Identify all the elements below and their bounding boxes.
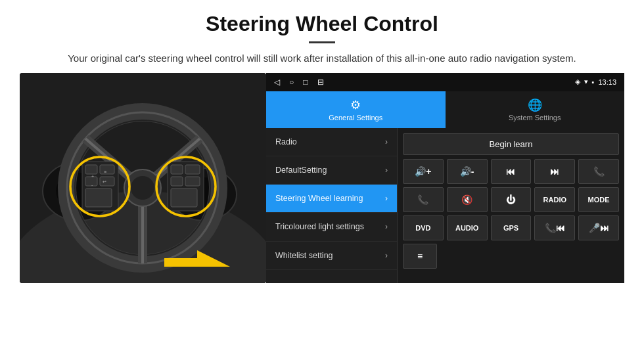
vol-up-button[interactable]: 🔊+	[403, 159, 444, 184]
begin-learn-row: Begin learn	[403, 133, 619, 155]
tab-system-label: System Settings	[509, 114, 561, 122]
android-screen: ◁ ○ □ ⊟ ◈ ▾ ▪ 13:13 ⚙ General Settings 🌐…	[266, 73, 624, 283]
menu-list: Radio › DefaultSetting › Steering Wheel …	[266, 128, 398, 283]
menu-whitelist-label: Whitelist setting	[275, 250, 382, 261]
nav-recent-icon[interactable]: □	[303, 78, 308, 87]
nav-back-icon[interactable]: ◁	[274, 78, 280, 87]
location-icon: ◈	[575, 78, 580, 86]
chevron-icon: ›	[385, 251, 388, 260]
tab-general-label: General Settings	[329, 114, 382, 122]
svg-rect-19	[85, 165, 97, 174]
ctrl-row-2: 📞 🔇 ⏻ RADIO MODE	[403, 187, 619, 212]
next-track-button[interactable]: ⏭	[534, 159, 575, 184]
clock: 13:13	[598, 78, 616, 86]
menu-item-whitelist[interactable]: Whitelist setting ›	[266, 242, 397, 270]
svg-point-17	[131, 176, 154, 200]
svg-rect-29	[171, 165, 183, 174]
settings-gear-icon: ⚙	[350, 98, 361, 112]
header-divider	[309, 41, 335, 43]
menu-steering-label: Steering Wheel learning	[275, 193, 382, 204]
ctrl-row-3: DVD AUDIO GPS 📞⏮ 🎤⏭	[403, 215, 619, 240]
vol-down-button[interactable]: 🔊-	[447, 159, 488, 184]
page-title: Steering Wheel Control	[39, 12, 605, 36]
tab-general-settings[interactable]: ⚙ General Settings	[266, 91, 446, 128]
ctrl-row-4: ≡	[403, 244, 619, 269]
screen-content: Radio › DefaultSetting › Steering Wheel …	[266, 128, 624, 283]
svg-text:≡: ≡	[104, 169, 106, 174]
status-bar-right: ◈ ▾ ▪ 13:13	[575, 78, 616, 86]
svg-rect-30	[185, 165, 200, 174]
phone-prev-button[interactable]: 📞⏮	[534, 215, 575, 240]
tab-system-settings[interactable]: 🌐 System Settings	[446, 91, 625, 128]
power-button[interactable]: ⏻	[491, 187, 532, 212]
main-content: ●● + - ≡ ↩	[0, 73, 644, 283]
svg-rect-31	[171, 177, 183, 186]
battery-icon: ▪	[592, 78, 595, 86]
svg-rect-32	[185, 177, 200, 186]
tab-bar: ⚙ General Settings 🌐 System Settings	[266, 91, 624, 128]
wifi-icon: ▾	[584, 78, 588, 86]
audio-button[interactable]: AUDIO	[447, 215, 488, 240]
system-globe-icon: 🌐	[528, 98, 542, 112]
menu-tricoloured-label: Tricoloured light settings	[275, 221, 382, 232]
menu-radio-label: Radio	[275, 137, 382, 147]
svg-rect-33	[171, 189, 197, 207]
right-panel: Begin learn 🔊+ 🔊- ⏮ ⏭ 📞 📞 🔇	[398, 128, 624, 283]
svg-text:↩: ↩	[103, 179, 106, 184]
mode-button[interactable]: MODE	[578, 187, 619, 212]
chevron-icon-active: ›	[385, 194, 388, 203]
chevron-icon: ›	[385, 222, 388, 231]
status-bar-nav: ◁ ○ □ ⊟	[274, 78, 324, 87]
prev-track-button[interactable]: ⏮	[491, 159, 532, 184]
chevron-icon: ›	[385, 137, 388, 146]
status-bar: ◁ ○ □ ⊟ ◈ ▾ ▪ 13:13	[266, 73, 624, 91]
nav-home-icon[interactable]: ○	[289, 78, 294, 87]
menu-item-radio[interactable]: Radio ›	[266, 128, 397, 156]
svg-rect-37	[164, 258, 197, 267]
menu-item-tricoloured[interactable]: Tricoloured light settings ›	[266, 213, 397, 241]
header-description: Your original car's steering wheel contr…	[39, 51, 605, 66]
dvd-button[interactable]: DVD	[403, 215, 444, 240]
mute-button[interactable]: 🔇	[447, 187, 488, 212]
menu-default-label: DefaultSetting	[275, 165, 382, 175]
chevron-icon: ›	[385, 166, 388, 175]
svg-rect-23	[85, 189, 112, 207]
nav-cast-icon[interactable]: ⊟	[317, 78, 324, 87]
menu-item-default-setting[interactable]: DefaultSetting ›	[266, 156, 397, 185]
svg-text:+: +	[91, 174, 94, 179]
svg-rect-20	[100, 165, 114, 174]
steering-wheel-image: ●● + - ≡ ↩	[20, 73, 266, 283]
begin-learn-button[interactable]: Begin learn	[403, 133, 619, 155]
phone-button[interactable]: 📞	[578, 159, 619, 184]
page-header: Steering Wheel Control Your original car…	[0, 0, 644, 73]
gps-button[interactable]: GPS	[491, 215, 532, 240]
ctrl-row-1: 🔊+ 🔊- ⏮ ⏭ 📞	[403, 159, 619, 184]
radio-button[interactable]: RADIO	[534, 187, 575, 212]
whitelist-icon-button[interactable]: ≡	[403, 244, 437, 269]
phone-next-button[interactable]: 🎤⏭	[578, 215, 619, 240]
hangup-button[interactable]: 📞	[403, 187, 444, 212]
menu-item-steering-wheel[interactable]: Steering Wheel learning ›	[266, 185, 397, 213]
control-grid: 🔊+ 🔊- ⏮ ⏭ 📞 📞 🔇 ⏻ RADIO MODE	[403, 159, 619, 269]
